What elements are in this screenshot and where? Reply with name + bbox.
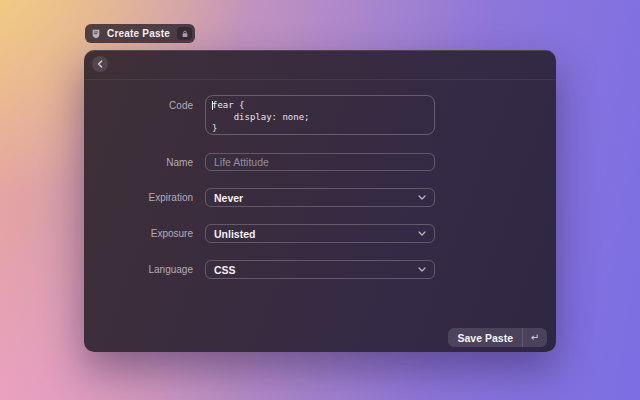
code-textarea[interactable]: fear { display: none; }	[205, 95, 435, 135]
expiration-value: Never	[214, 192, 418, 204]
code-label: Code	[84, 95, 205, 111]
expiration-select[interactable]: Never	[205, 188, 435, 207]
exposure-label: Exposure	[84, 228, 205, 239]
save-paste-button[interactable]: Save Paste ↵	[448, 328, 547, 347]
code-row: Code fear { display: none; }	[84, 95, 556, 135]
chevron-down-icon	[418, 267, 426, 272]
exposure-row: Exposure Unlisted	[84, 224, 556, 243]
name-label: Name	[84, 157, 205, 168]
back-button[interactable]	[92, 56, 108, 72]
text-caret	[212, 101, 213, 110]
save-paste-label: Save Paste	[458, 332, 513, 344]
name-row: Name	[84, 153, 556, 171]
desktop-background: { "tab": { "title": "Create Paste" }, "f…	[0, 0, 640, 400]
chevron-left-icon	[97, 60, 103, 68]
name-input[interactable]	[205, 153, 435, 171]
exposure-value: Unlisted	[214, 228, 418, 240]
code-value: fear { display: none; }	[212, 100, 428, 135]
chevron-down-icon	[418, 231, 426, 236]
create-paste-window: Code fear { display: none; } Name Expira…	[84, 50, 556, 352]
chevron-down-icon	[418, 195, 426, 200]
window-header	[84, 50, 556, 80]
tab-title: Create Paste	[107, 28, 170, 39]
exposure-select[interactable]: Unlisted	[205, 224, 435, 243]
expiration-row: Expiration Never	[84, 188, 556, 207]
return-key-icon: ↵	[523, 328, 547, 347]
tab-lock-badge	[177, 27, 192, 40]
paste-form: Code fear { display: none; } Name Expira…	[84, 95, 556, 279]
command-tab[interactable]: Create Paste	[85, 24, 195, 43]
language-row: Language CSS	[84, 260, 556, 279]
language-label: Language	[84, 264, 205, 275]
lock-icon	[181, 30, 189, 38]
pastebin-shield-icon	[91, 29, 101, 39]
expiration-label: Expiration	[84, 192, 205, 203]
language-select[interactable]: CSS	[205, 260, 435, 279]
language-value: CSS	[214, 264, 418, 276]
